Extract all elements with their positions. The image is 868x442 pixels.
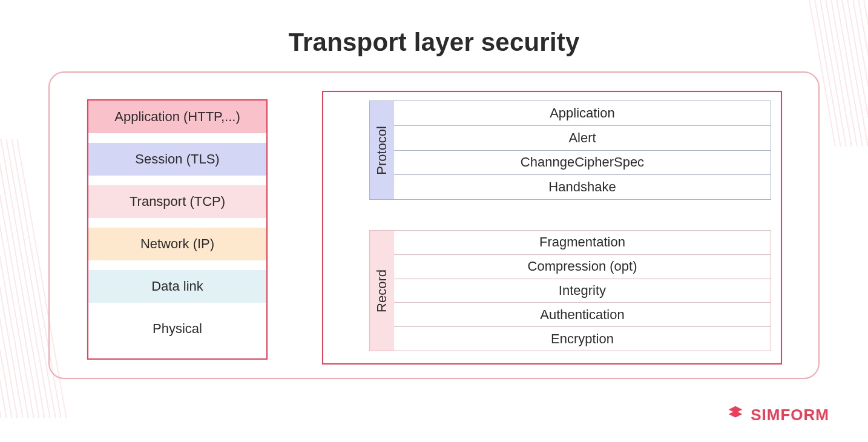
record-row-compression: Compression (opt) [394, 254, 771, 279]
protocol-label: Protocol [370, 101, 394, 199]
record-label: Record [370, 231, 394, 351]
protocol-row-application: Application [394, 101, 771, 125]
diagram-frame: Application (HTTP,...) Session (TLS) Tra… [48, 71, 820, 379]
protocol-row-handshake: Handshake [394, 174, 771, 199]
layer-physical: Physical [88, 312, 266, 345]
layer-transport: Transport (TCP) [88, 185, 266, 218]
layer-application: Application (HTTP,...) [88, 101, 266, 133]
layer-network: Network (IP) [88, 228, 266, 260]
layer-stack: Application (HTTP,...) Session (TLS) Tra… [87, 99, 268, 360]
record-row-encryption: Encryption [394, 326, 771, 351]
layer-session: Session (TLS) [88, 143, 266, 176]
tls-detail: Protocol Application Alert ChanngeCipher… [322, 91, 782, 364]
record-row-integrity: Integrity [394, 279, 771, 303]
record-row-fragmentation: Fragmentation [394, 231, 771, 254]
brand-logo: SIMFORM [726, 404, 829, 426]
brand-mark-icon [726, 404, 745, 426]
record-block: Record Fragmentation Compression (opt) I… [369, 230, 771, 351]
diagram-title: Transport layer security [0, 28, 868, 57]
protocol-row-alert: Alert [394, 125, 771, 150]
protocol-row-changecipher: ChanngeCipherSpec [394, 150, 771, 175]
brand-name: SIMFORM [751, 406, 829, 424]
protocol-block: Protocol Application Alert ChanngeCipher… [369, 101, 771, 200]
layer-datalink: Data link [88, 270, 266, 303]
record-row-authentication: Authentication [394, 302, 771, 326]
